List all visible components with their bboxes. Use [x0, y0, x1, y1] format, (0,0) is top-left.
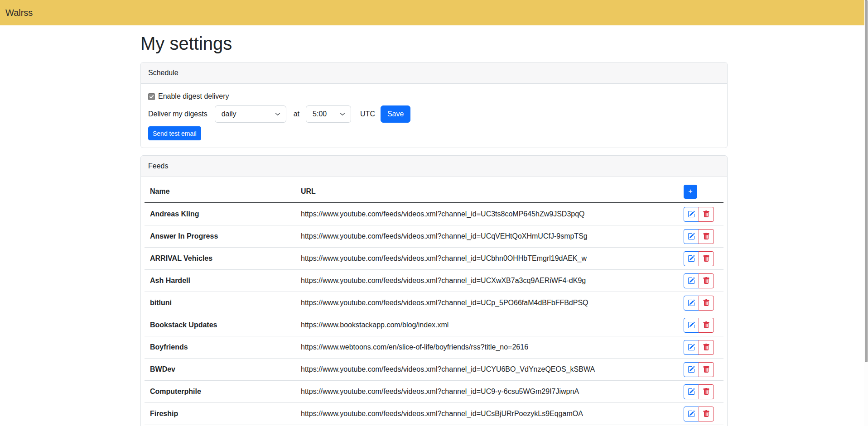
- delete-feed-button[interactable]: [699, 296, 714, 311]
- brand-link[interactable]: Walrss: [5, 6, 33, 19]
- delete-feed-button[interactable]: [699, 340, 714, 355]
- trash-icon: [703, 344, 710, 351]
- feed-name: Boyfriends: [145, 336, 295, 359]
- feed-name: Fireship: [145, 403, 295, 425]
- edit-feed-button[interactable]: [684, 229, 699, 244]
- feed-actions: [684, 384, 714, 399]
- pencil-square-icon: [688, 299, 695, 306]
- feed-row: Andreas Kling https://www.youtube.com/fe…: [145, 203, 723, 225]
- delete-feed-button[interactable]: [699, 318, 714, 333]
- delete-feed-button[interactable]: [699, 362, 714, 377]
- edit-feed-button[interactable]: [684, 318, 699, 333]
- save-button[interactable]: Save: [381, 105, 410, 123]
- time-select[interactable]: 5:00: [306, 105, 351, 123]
- feed-actions: [684, 207, 714, 222]
- feed-name: Andreas Kling: [145, 203, 295, 225]
- feed-name: Ash Hardell: [145, 270, 295, 292]
- feed-row: Boyfriends https://www.webtoons.com/en/s…: [145, 336, 723, 359]
- delete-feed-button[interactable]: [699, 207, 714, 222]
- at-label: at: [294, 109, 299, 120]
- feed-url: https://www.youtube.com/feeds/videos.xml…: [295, 403, 678, 425]
- send-test-email-button[interactable]: Send test email: [148, 126, 201, 140]
- edit-feed-button[interactable]: [684, 296, 699, 311]
- feed-row: ARRIVAL Vehicles https://www.youtube.com…: [145, 248, 723, 270]
- trash-icon: [703, 366, 710, 373]
- pencil-square-icon: [688, 410, 695, 417]
- feed-url: https://www.youtube.com/feeds/videos.xml…: [295, 359, 678, 381]
- pencil-square-icon: [688, 321, 695, 329]
- utc-label: UTC: [360, 109, 375, 120]
- feed-actions: [684, 251, 714, 266]
- trash-icon: [703, 410, 710, 417]
- feed-row: Ash Hardell https://www.youtube.com/feed…: [145, 270, 723, 292]
- feed-name: ARRIVAL Vehicles: [145, 248, 295, 270]
- column-header-url: URL: [295, 181, 678, 203]
- feeds-table: Name URL + Andreas Kling https://www.you…: [145, 181, 723, 426]
- feed-name: bitluni: [145, 292, 295, 314]
- enable-digest-row: Enable digest delivery: [148, 91, 720, 102]
- add-feed-button[interactable]: +: [684, 185, 697, 199]
- enable-digest-label[interactable]: Enable digest delivery: [158, 91, 229, 102]
- pencil-square-icon: [688, 255, 695, 262]
- chevron-down-icon: [275, 111, 280, 117]
- pencil-square-icon: [688, 277, 695, 284]
- edit-feed-button[interactable]: [684, 362, 699, 377]
- feed-row: bitluni https://www.youtube.com/feeds/vi…: [145, 292, 723, 314]
- feed-actions: [684, 229, 714, 244]
- page-title: My settings: [140, 33, 728, 54]
- trash-icon: [703, 277, 710, 284]
- time-select-value: 5:00: [313, 109, 327, 120]
- delete-feed-button[interactable]: [699, 273, 714, 288]
- edit-feed-button[interactable]: [684, 207, 699, 222]
- pencil-square-icon: [688, 344, 695, 351]
- feed-name: Answer In Progress: [145, 225, 295, 248]
- edit-feed-button[interactable]: [684, 340, 699, 355]
- feed-url: https://www.youtube.com/feeds/videos.xml…: [295, 270, 678, 292]
- interval-select[interactable]: daily: [215, 105, 286, 123]
- delete-feed-button[interactable]: [699, 384, 714, 399]
- delete-feed-button[interactable]: [699, 229, 714, 244]
- trash-icon: [703, 211, 710, 218]
- scrollbar-thumb[interactable]: [865, 0, 868, 362]
- feed-actions: [684, 318, 714, 333]
- interval-select-value: daily: [222, 109, 236, 120]
- feeds-card: Feeds Name URL + Andreas Kling https://w…: [140, 155, 728, 426]
- deliver-row: Deliver my digests daily at 5:00 UTC Sav…: [148, 105, 720, 123]
- trash-icon: [703, 321, 710, 329]
- main-content: My settings Schedule Enable digest deliv…: [140, 33, 728, 426]
- enable-digest-checkbox[interactable]: [148, 93, 155, 100]
- edit-feed-button[interactable]: [684, 251, 699, 266]
- check-icon: [149, 94, 154, 99]
- pencil-square-icon: [688, 233, 695, 240]
- feed-name: Computerphile: [145, 381, 295, 403]
- scrollbar[interactable]: [864, 0, 868, 426]
- feed-name: Bookstack Updates: [145, 314, 295, 336]
- feed-row: Bookstack Updates https://www.bookstacka…: [145, 314, 723, 336]
- schedule-card: Schedule Enable digest delivery Deliver …: [140, 62, 728, 148]
- feed-url: https://www.youtube.com/feeds/videos.xml…: [295, 225, 678, 248]
- delete-feed-button[interactable]: [699, 251, 714, 266]
- schedule-card-body: Enable digest delivery Deliver my digest…: [141, 84, 727, 148]
- chevron-down-icon: [340, 111, 345, 117]
- feed-actions: [684, 296, 714, 311]
- delete-feed-button[interactable]: [699, 407, 714, 421]
- feed-url: https://www.youtube.com/feeds/videos.xml…: [295, 381, 678, 403]
- pencil-square-icon: [688, 388, 695, 395]
- trash-icon: [703, 233, 710, 240]
- feed-row: BWDev https://www.youtube.com/feeds/vide…: [145, 359, 723, 381]
- edit-feed-button[interactable]: [684, 384, 699, 399]
- feed-url: https://www.youtube.com/feeds/videos.xml…: [295, 203, 678, 225]
- feeds-card-body: Name URL + Andreas Kling https://www.you…: [141, 177, 727, 426]
- feed-actions: [684, 362, 714, 377]
- schedule-card-header: Schedule: [141, 62, 727, 84]
- navbar: Walrss: [0, 0, 868, 25]
- feed-url: https://www.webtoons.com/en/slice-of-lif…: [295, 336, 678, 359]
- feed-url: https://www.youtube.com/feeds/videos.xml…: [295, 248, 678, 270]
- deliver-label: Deliver my digests: [148, 109, 207, 120]
- edit-feed-button[interactable]: [684, 407, 699, 421]
- edit-feed-button[interactable]: [684, 273, 699, 288]
- feed-row: Answer In Progress https://www.youtube.c…: [145, 225, 723, 248]
- trash-icon: [703, 299, 710, 306]
- feeds-table-header-row: Name URL +: [145, 181, 723, 203]
- trash-icon: [703, 255, 710, 262]
